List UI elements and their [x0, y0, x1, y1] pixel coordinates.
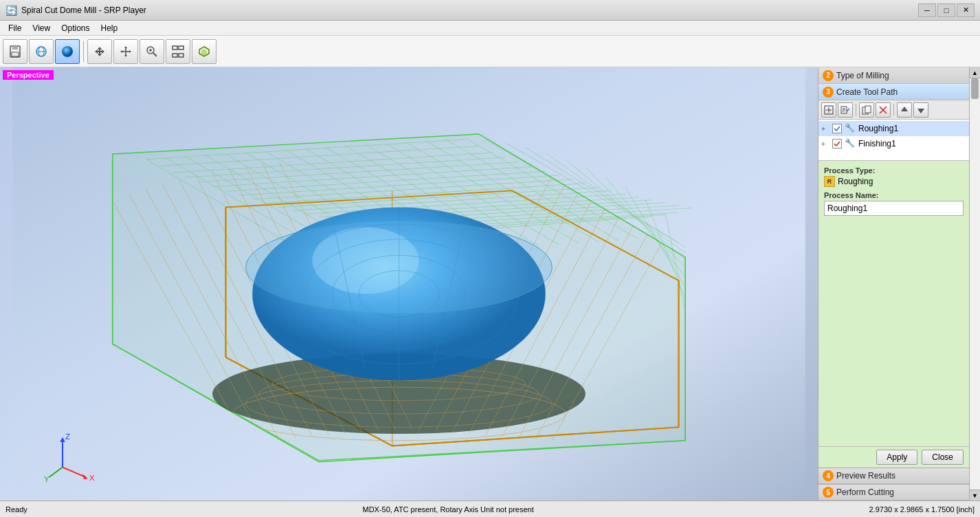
- process-type-value: Roughing: [838, 177, 873, 186]
- status-machine: MDX-50, ATC present, Rotary Axis Unit no…: [363, 505, 534, 514]
- tp-sep-1: [856, 104, 856, 116]
- tool-path-list: + 🔧 Roughing1 + 🔧 Finis: [818, 120, 969, 161]
- tp-sep-2: [893, 104, 894, 116]
- scroll-thumb[interactable]: [971, 78, 979, 99]
- section-5-number: 5: [823, 487, 834, 498]
- viewport[interactable]: Perspective: [0, 67, 818, 500]
- roughing1-name: Roughing1: [858, 124, 898, 133]
- section-3-number: 3: [823, 87, 834, 98]
- svg-point-6: [62, 46, 73, 57]
- separator-1: [83, 41, 84, 62]
- process-area: Process Type: R Roughing Process Name:: [818, 161, 969, 446]
- right-wrapper: 2 Type of Milling 3 Create Tool Path: [818, 67, 980, 500]
- svg-text:X: X: [89, 473, 95, 482]
- preview-results-label: Preview Results: [836, 471, 895, 481]
- svg-rect-14: [179, 54, 183, 57]
- menu-options[interactable]: Options: [56, 22, 95, 34]
- copy-path-button[interactable]: [859, 102, 874, 118]
- process-name-input[interactable]: [824, 201, 964, 216]
- toolbar: [0, 36, 980, 67]
- move-down-button[interactable]: [913, 102, 928, 118]
- close-button[interactable]: Close: [922, 450, 964, 465]
- scroll-track[interactable]: [970, 78, 980, 490]
- process-type-icon: R: [824, 176, 835, 187]
- title-bar: 🔄 Spiral Cut Dome Mill - SRP Player ─ □ …: [0, 0, 980, 21]
- delete-path-button[interactable]: [876, 102, 891, 118]
- save-button[interactable]: [3, 39, 27, 64]
- status-coords: 2.9730 x 2.9865 x 1.7500 [inch]: [869, 505, 975, 514]
- main-area: Perspective: [0, 67, 980, 500]
- svg-rect-12: [179, 46, 183, 50]
- perspective-label: Perspective: [3, 70, 54, 80]
- check-finishing1[interactable]: [832, 139, 842, 148]
- tool-path-toolbar: [818, 100, 969, 120]
- zoom-button[interactable]: [140, 39, 164, 64]
- move-up-button[interactable]: [897, 102, 912, 118]
- section-2-number: 2: [823, 70, 834, 81]
- fit-button[interactable]: [166, 39, 190, 64]
- status-bar: Ready MDX-50, ATC present, Rotary Axis U…: [0, 500, 980, 517]
- finishing1-icon: 🔧: [845, 138, 856, 149]
- process-type-label: Process Type:: [824, 166, 964, 175]
- roughing1-icon: 🔧: [845, 123, 856, 134]
- close-button[interactable]: ✕: [957, 3, 975, 17]
- globe-button[interactable]: [29, 39, 54, 64]
- app-icon: 🔄: [5, 5, 17, 16]
- perform-cutting-label: Perform Cutting: [836, 487, 894, 497]
- type-of-milling-label: Type of Milling: [836, 71, 889, 80]
- svg-rect-11: [172, 46, 177, 50]
- svg-marker-133: [917, 109, 924, 113]
- preview-results-header[interactable]: 4 Preview Results: [818, 468, 969, 484]
- move-button[interactable]: [87, 39, 112, 64]
- svg-text:Z: Z: [65, 432, 70, 441]
- svg-rect-2: [12, 52, 19, 56]
- pan-button[interactable]: [113, 39, 138, 64]
- menu-view[interactable]: View: [27, 22, 56, 34]
- svg-marker-132: [901, 107, 908, 111]
- action-buttons: Apply Close: [818, 446, 969, 468]
- svg-rect-1: [12, 46, 18, 50]
- minimize-button[interactable]: ─: [918, 3, 936, 17]
- tool-path-roughing1[interactable]: + 🔧 Roughing1: [818, 121, 969, 136]
- scroll-down-arrow[interactable]: ▼: [970, 490, 980, 500]
- check-roughing1[interactable]: [832, 124, 842, 133]
- status-ready: Ready: [5, 505, 27, 514]
- expand-roughing1: +: [821, 125, 829, 133]
- right-scrollbar[interactable]: ▲ ▼: [969, 67, 980, 500]
- type-of-milling-header[interactable]: 2 Type of Milling: [818, 67, 969, 84]
- title-text: Spiral Cut Dome Mill - SRP Player: [21, 6, 146, 15]
- finishing1-name: Finishing1: [858, 139, 896, 148]
- section-4-number: 4: [823, 470, 834, 481]
- edit-path-button[interactable]: [838, 102, 853, 118]
- title-bar-controls: ─ □ ✕: [918, 3, 975, 17]
- title-bar-left: 🔄 Spiral Cut Dome Mill - SRP Player: [5, 5, 146, 16]
- scroll-up-arrow[interactable]: ▲: [970, 67, 980, 78]
- right-panel: 2 Type of Milling 3 Create Tool Path: [818, 67, 969, 500]
- menu-bar: File View Options Help: [0, 21, 980, 36]
- scene-svg: Z X Y: [0, 67, 818, 500]
- create-tool-path-label: Create Tool Path: [836, 87, 898, 97]
- process-name-label: Process Name:: [824, 191, 964, 199]
- apply-button[interactable]: Apply: [876, 450, 917, 465]
- menu-file[interactable]: File: [3, 22, 27, 34]
- svg-rect-13: [172, 54, 177, 57]
- process-name-row: Process Name:: [824, 191, 964, 216]
- menu-help[interactable]: Help: [96, 22, 124, 34]
- perform-cutting-header[interactable]: 5 Perform Cutting: [818, 484, 969, 500]
- svg-text:Y: Y: [44, 474, 49, 483]
- process-type-row: Process Type: R Roughing: [824, 166, 964, 187]
- sphere-button[interactable]: [55, 39, 80, 64]
- process-type-display: R Roughing: [824, 176, 964, 187]
- create-tool-path-section: + 🔧 Roughing1 + 🔧 Finis: [818, 100, 969, 468]
- reset-button[interactable]: [192, 39, 216, 64]
- svg-line-8: [153, 53, 157, 56]
- svg-rect-129: [865, 106, 871, 113]
- expand-finishing1: +: [821, 140, 829, 148]
- create-tool-path-header[interactable]: 3 Create Tool Path: [818, 84, 969, 100]
- maximize-button[interactable]: □: [937, 3, 955, 17]
- tool-path-finishing1[interactable]: + 🔧 Finishing1: [818, 136, 969, 151]
- svg-marker-127: [847, 108, 849, 112]
- new-path-button[interactable]: [821, 102, 836, 118]
- svg-point-111: [246, 221, 553, 314]
